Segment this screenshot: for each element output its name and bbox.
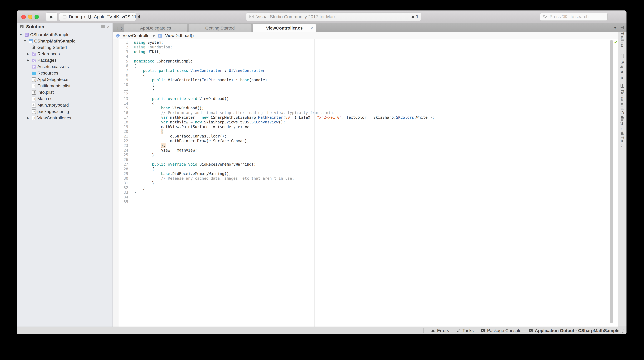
statusbar-tasks[interactable]: Tasks: [456, 328, 474, 333]
code-line: var mathPainter = new CSharpMath.SkiaSha…: [134, 115, 434, 120]
line-number: 10: [113, 82, 128, 87]
tree-item-references[interactable]: ▶References: [17, 51, 112, 57]
ide-window: ▶ Debug › Apple TV 4K tvOS 11.4 Visual S…: [17, 10, 626, 334]
tree-item-label: Resources: [37, 71, 58, 76]
line-number: 32: [113, 185, 128, 190]
code-line: {: [134, 82, 434, 87]
line-number: 6: [113, 64, 128, 68]
tree-item-assets-xcassets[interactable]: Assets.xcassets: [17, 63, 112, 70]
tab-viewcontroller-cs[interactable]: ViewController.cs×: [253, 24, 316, 32]
dock-tab-document-outline[interactable]: Document Outline: [618, 83, 626, 125]
tree-item-csharpmathsample[interactable]: ▼CSharpMathSample: [17, 31, 112, 38]
code-line: }: [134, 185, 434, 190]
svg-text:{}: {}: [32, 78, 35, 81]
code-text: using System;using Foundation;using UIKi…: [134, 40, 434, 204]
class-icon: C: [115, 33, 120, 38]
editor-scrollbar[interactable]: [610, 40, 613, 323]
disclosure-right-icon[interactable]: ▶: [26, 116, 30, 120]
line-number: 9: [113, 78, 128, 82]
resize-grip[interactable]: [620, 328, 625, 334]
no-errors-check-icon: ✓: [614, 39, 618, 45]
statusbar-errors[interactable]: Errors: [431, 328, 449, 333]
disclosure-right-icon[interactable]: ▶: [26, 52, 30, 56]
assets-icon: [30, 64, 37, 69]
tree-item-info-plist[interactable]: Info.plist: [17, 89, 112, 95]
dock-tab-toolbox[interactable]: Toolbox: [618, 25, 626, 47]
svg-text:{}: {}: [32, 117, 35, 119]
disclosure-down-icon[interactable]: ▼: [18, 33, 23, 36]
tree-item-packages[interactable]: ▶Packages: [17, 57, 112, 63]
disclosure-down-icon[interactable]: ▼: [23, 39, 27, 43]
tree-item-label: References: [37, 51, 60, 56]
tab-close-icon[interactable]: ×: [310, 26, 313, 30]
line-number: 21: [113, 134, 128, 139]
tab-appdelegate-cs[interactable]: AppDelegate.cs: [124, 24, 187, 32]
tree-item-main-storyboard[interactable]: Main.storyboard: [17, 102, 112, 108]
statusbar-item-label: Tasks: [462, 328, 474, 333]
tab-getting-started[interactable]: Getting Started: [188, 24, 252, 32]
statusbar-package-console[interactable]: Package Console: [481, 328, 521, 333]
terminal-icon: [529, 329, 533, 333]
tree-item-getting-started[interactable]: Getting Started: [17, 44, 112, 51]
code-line: public ViewController(IntPtr handle) : b…: [134, 78, 434, 82]
search-input[interactable]: [550, 14, 606, 19]
titlebar: ▶ Debug › Apple TV 4K tvOS 11.4 Visual S…: [17, 10, 626, 23]
tab-label: Getting Started: [205, 26, 234, 31]
svg-text:M: M: [159, 34, 162, 37]
tree-item-main-cs[interactable]: {}Main.cs: [17, 95, 112, 102]
dock-tab-properties[interactable]: Properties: [618, 53, 626, 80]
zoom-window-button[interactable]: [34, 15, 39, 19]
dock-pad-icon[interactable]: [101, 25, 105, 28]
hammer-icon: [620, 25, 625, 30]
dock-tab-label: Toolbox: [620, 32, 625, 47]
editor-tabbar: ‹ › AppDelegate.csGetting StartedViewCon…: [113, 23, 626, 32]
statusbar-application-output-csharpmathsample[interactable]: Application Output - CSharpMathSample: [529, 328, 620, 333]
dock-tab-label: Properties: [620, 60, 625, 80]
package-folder-icon: [30, 58, 37, 63]
breadcrumb-item[interactable]: ViewDidLoad(): [165, 33, 194, 38]
dock-tab-unit-tests[interactable]: Unit Tests: [618, 121, 626, 147]
line-number: 23: [113, 143, 128, 148]
tree-item-packages-config[interactable]: <>packages.config: [17, 108, 112, 115]
close-window-button[interactable]: [22, 15, 26, 19]
tree-item-label: CSharpMathSample: [34, 38, 76, 43]
warning-count-badge[interactable]: 1: [411, 14, 418, 19]
tab-overflow-icon[interactable]: ▾: [614, 25, 616, 30]
line-number: 12: [113, 92, 128, 96]
tree-item-label: CSharpMathSample: [30, 32, 70, 37]
document-outline-icon: [620, 83, 625, 88]
project-icon: [27, 38, 34, 44]
breadcrumb-item[interactable]: ViewController: [122, 33, 151, 38]
code-editor[interactable]: 1234567891011121314151617181920212223242…: [113, 39, 618, 327]
run-button[interactable]: ▶: [46, 12, 58, 21]
visual-studio-logo-icon: [249, 14, 254, 19]
tree-item-csharpmathsample[interactable]: ▼CSharpMathSample: [17, 38, 112, 44]
minimize-window-button[interactable]: [28, 15, 32, 19]
code-line: {: [134, 73, 434, 78]
tree-item-resources[interactable]: Resources: [17, 70, 112, 76]
code-line: {: [134, 101, 434, 106]
cs-file-icon: {}: [30, 96, 37, 101]
terminal-icon: [481, 329, 485, 333]
close-pad-icon[interactable]: ×: [107, 25, 110, 28]
config-separator: ›: [84, 14, 85, 19]
code-line: };: [134, 143, 434, 148]
ide-status-pill: Visual Studio Community 2017 for Mac 1: [246, 12, 421, 21]
tree-item-label: Packages: [37, 58, 56, 63]
cs-file-icon: {}: [30, 77, 37, 82]
code-line: // Perform any additional setup after lo…: [134, 110, 434, 115]
tree-item-label: Assets.xcassets: [37, 64, 69, 69]
disclosure-right-icon[interactable]: ▶: [26, 58, 30, 62]
navigate-back-icon[interactable]: ‹: [116, 25, 118, 31]
play-icon: ▶: [50, 14, 53, 19]
code-line: mathPainter.Draw(e.Surface.Canvas);: [134, 139, 434, 143]
tree-item-viewcontroller-cs[interactable]: ▶{}ViewController.cs: [17, 115, 112, 121]
tab-label: ViewController.cs: [266, 26, 302, 31]
navigate-forward-icon[interactable]: ›: [121, 25, 122, 31]
tree-item-entitlements-plist[interactable]: Entitlements.plist: [17, 83, 112, 89]
tree-item-label: Info.plist: [37, 90, 54, 95]
run-configuration-selector[interactable]: Debug › Apple TV 4K tvOS 11.4: [59, 12, 136, 21]
tree-item-appdelegate-cs[interactable]: {}AppDelegate.cs: [17, 76, 112, 83]
tree-item-label: Main.storyboard: [37, 103, 69, 108]
global-search-field[interactable]: [540, 13, 608, 21]
